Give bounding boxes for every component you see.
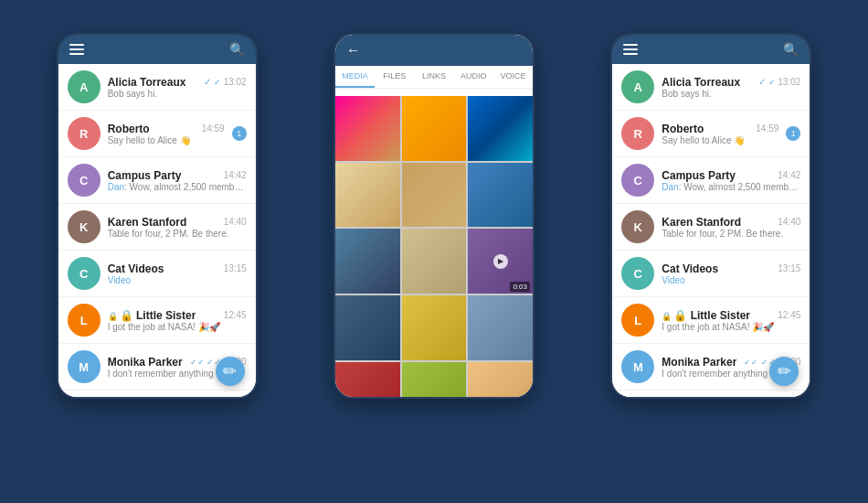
- chat-info: Roberto14:59Say hello to Alice 👋: [662, 123, 778, 145]
- chat-preview: Dan: Wow, almost 2,500 members!: [662, 182, 800, 192]
- chat-preview: Say hello to Alice 👋: [662, 135, 778, 145]
- media-tab-voice[interactable]: VOICE: [493, 66, 533, 88]
- chat-name: Monika Parker: [662, 356, 736, 369]
- search-icon[interactable]: 🔍: [229, 42, 245, 57]
- avatar: C: [621, 257, 654, 290]
- chat-item[interactable]: WWave HuntersJane: Meet you at the beach: [58, 391, 256, 399]
- avatar: L: [68, 304, 101, 337]
- chat-time: 13:15: [778, 263, 800, 273]
- left-phone: 🔍 AAlicia Torreaux✓ 13:02Bob says hi.RRo…: [57, 33, 258, 399]
- play-icon: ▶: [493, 254, 508, 269]
- avatar: M: [621, 350, 654, 383]
- left-panel: 🔍 AAlicia Torreaux✓ 13:02Bob says hi.RRo…: [18, 18, 295, 485]
- chat-item[interactable]: RRoberto14:59Say hello to Alice 👋1: [58, 111, 256, 157]
- media-cell[interactable]: [468, 295, 533, 360]
- chat-info: Cat Videos13:15Video: [662, 262, 800, 285]
- chat-name-row: Karen Stanford14:40: [108, 216, 247, 229]
- chat-item[interactable]: RRoberto14:59Say hello to Alice 👋1: [612, 111, 810, 157]
- avatar: K: [68, 210, 101, 243]
- avatar: C: [621, 164, 654, 197]
- right-search-icon[interactable]: 🔍: [783, 42, 799, 57]
- chat-name-row: Cat Videos13:15: [108, 262, 247, 275]
- chat-info: Karen Stanford14:40Table for four, 2 PM.…: [662, 216, 800, 239]
- media-cell[interactable]: [468, 362, 533, 399]
- chat-item[interactable]: CCat Videos13:15Video: [612, 251, 810, 297]
- media-tab-files[interactable]: FILES: [375, 66, 414, 88]
- avatar: A: [621, 70, 654, 103]
- media-cell[interactable]: [335, 362, 400, 399]
- chat-name: Cat Videos: [108, 262, 164, 275]
- avatar: R: [68, 117, 101, 150]
- right-phone-header: 🔍: [612, 35, 810, 64]
- chat-time: 12:45: [778, 310, 800, 320]
- chat-name-row: Roberto14:59: [108, 123, 225, 135]
- chat-info: Roberto14:59Say hello to Alice 👋: [108, 123, 225, 145]
- chat-name-row: Alicia Torreaux✓ 13:02: [662, 76, 800, 89]
- media-cell[interactable]: ▶0:03: [468, 229, 533, 294]
- right-panel: 🔍 AAlicia Torreaux✓ 13:02Bob says hi.RRo…: [573, 18, 850, 485]
- chat-item[interactable]: AAlicia Torreaux✓ 13:02Bob says hi.: [612, 64, 810, 111]
- avatar: A: [68, 70, 101, 103]
- back-icon[interactable]: ←: [346, 42, 361, 59]
- media-cell[interactable]: [335, 295, 400, 360]
- chat-item[interactable]: CCampus Party14:42Dan: Wow, almost 2,500…: [58, 157, 256, 204]
- media-grid: ▶0:03: [335, 96, 533, 399]
- chat-item[interactable]: L🔒 Little Sister12:45I got the job at NA…: [58, 297, 256, 344]
- avatar: C: [68, 164, 101, 197]
- chat-time: 13:15: [224, 263, 247, 273]
- chat-item[interactable]: AAlicia Torreaux✓ 13:02Bob says hi.: [58, 64, 256, 111]
- media-tab-media[interactable]: MEDIA: [335, 66, 375, 88]
- media-cell[interactable]: [335, 229, 400, 294]
- app-container: 🔍 AAlicia Torreaux✓ 13:02Bob says hi.RRo…: [9, 0, 859, 503]
- chat-time: 14:59: [756, 123, 778, 134]
- chat-time: 14:42: [778, 170, 800, 180]
- chat-info: 🔒 Little Sister12:45I got the job at NAS…: [108, 309, 247, 332]
- media-cell[interactable]: [402, 295, 467, 360]
- avatar: L: [621, 304, 654, 337]
- media-cell[interactable]: [402, 163, 467, 228]
- chat-name-row: 🔒 Little Sister12:45: [108, 309, 247, 322]
- chat-info: Cat Videos13:15Video: [108, 262, 247, 285]
- media-cell[interactable]: [335, 96, 400, 161]
- right-menu-icon[interactable]: [623, 44, 638, 55]
- chat-item[interactable]: L🔒 Little Sister12:45I got the job at NA…: [612, 297, 810, 344]
- chat-name: Karen Stanford: [662, 216, 741, 229]
- media-tabs: MEDIAFILESLINKSAUDIOVOICE: [335, 66, 533, 89]
- media-header: ←: [335, 35, 533, 66]
- media-cell[interactable]: [468, 96, 533, 161]
- chat-item[interactable]: CCampus Party14:42Dan: Wow, almost 2,500…: [612, 157, 810, 204]
- media-cell-inner: [335, 96, 400, 161]
- media-cell-inner: [402, 295, 467, 360]
- right-phone: 🔍 AAlicia Torreaux✓ 13:02Bob says hi.RRo…: [610, 33, 811, 399]
- chat-info: Alicia Torreaux✓ 13:02Bob says hi.: [108, 76, 247, 99]
- media-cell[interactable]: [402, 362, 467, 399]
- avatar: K: [621, 210, 654, 243]
- chat-preview: Table for four, 2 PM. Be there.: [662, 229, 800, 239]
- media-tab-audio[interactable]: AUDIO: [454, 66, 493, 88]
- chat-time: 14:42: [224, 170, 247, 180]
- chat-name: Karen Stanford: [108, 216, 187, 229]
- chat-item[interactable]: WWave HuntersJane: Meet you at the beach: [612, 391, 810, 399]
- media-cell[interactable]: [402, 229, 467, 294]
- menu-icon[interactable]: [69, 44, 84, 55]
- chat-name-row: Cat Videos13:15: [662, 262, 800, 275]
- chat-preview: Video: [108, 275, 247, 285]
- media-tab-links[interactable]: LINKS: [414, 66, 453, 88]
- chat-preview: I got the job at NASA! 🎉🚀: [108, 322, 247, 332]
- chat-name: Monika Parker: [108, 356, 183, 369]
- chat-info: Campus Party14:42Dan: Wow, almost 2,500 …: [108, 169, 247, 192]
- chat-name: 🔒 Little Sister: [108, 309, 196, 322]
- media-cell[interactable]: [468, 163, 533, 228]
- middle-phone: ← MEDIAFILESLINKSAUDIOVOICE ▶0:03: [333, 33, 535, 399]
- media-cell[interactable]: [335, 163, 400, 228]
- chat-name: Campus Party: [108, 169, 182, 182]
- chat-item[interactable]: CCat Videos13:15Video: [58, 251, 256, 297]
- chat-name-row: Alicia Torreaux✓ 13:02: [108, 76, 247, 89]
- compose-fab[interactable]: ✏: [216, 357, 245, 386]
- unread-badge: 1: [232, 126, 247, 141]
- chat-time: ✓ 13:02: [758, 77, 800, 87]
- chat-name: Alicia Torreaux: [662, 76, 740, 89]
- chat-item[interactable]: KKaren Stanford14:40Table for four, 2 PM…: [612, 204, 810, 251]
- media-cell[interactable]: [402, 96, 467, 161]
- chat-item[interactable]: KKaren Stanford14:40Table for four, 2 PM…: [58, 204, 256, 251]
